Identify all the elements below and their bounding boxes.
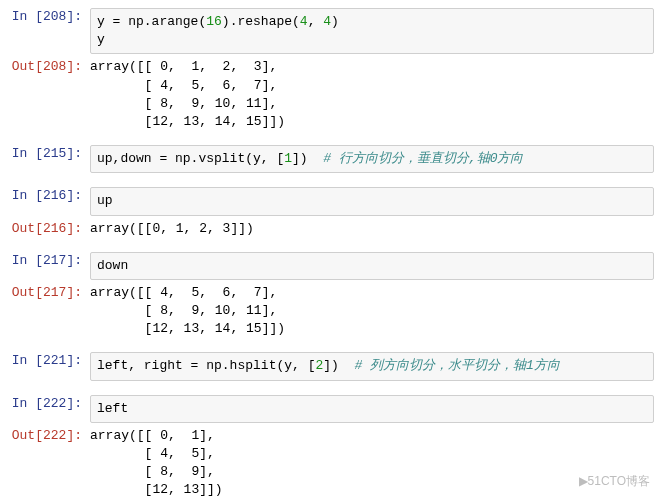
out-label: Out xyxy=(12,285,35,300)
output-text: array([[0, 1, 2, 3]]) xyxy=(90,220,654,238)
in-prompt: In [216]: xyxy=(10,187,90,215)
output-cell: Out[222]: array([[ 0, 1], [ 4, 5], [ 8, … xyxy=(10,427,654,500)
output-text: array([[ 0, 1, 2, 3], [ 4, 5, 6, 7], [ 8… xyxy=(90,58,654,131)
input-cell: In [208]: y = np.arange(16).reshape(4, 4… xyxy=(10,8,654,54)
in-prompt: In [208]: xyxy=(10,8,90,54)
cell-number: 215 xyxy=(43,146,66,161)
code-input[interactable]: left xyxy=(90,395,654,423)
in-label: In xyxy=(12,253,35,268)
in-prompt: In [217]: xyxy=(10,252,90,280)
code-text: , xyxy=(308,14,324,29)
code-number: 1 xyxy=(284,151,292,166)
out-prompt: Out[222]: xyxy=(10,427,90,500)
code-input[interactable]: y = np.arange(16).reshape(4, 4) y xyxy=(90,8,654,54)
cell-number: 208 xyxy=(43,59,66,74)
in-label: In xyxy=(12,146,35,161)
out-prompt: Out[216]: xyxy=(10,220,90,238)
cell-number: 216 xyxy=(43,221,66,236)
code-text: left, right = np.hsplit(y, [ xyxy=(97,358,315,373)
input-cell: In [221]: left, right = np.hsplit(y, [2]… xyxy=(10,352,654,380)
cell-number: 221 xyxy=(43,353,66,368)
cell-number: 216 xyxy=(43,188,66,203)
output-cell: Out[208]: array([[ 0, 1, 2, 3], [ 4, 5, … xyxy=(10,58,654,131)
input-cell: In [216]: up xyxy=(10,187,654,215)
code-number: 16 xyxy=(206,14,222,29)
code-number: 4 xyxy=(323,14,331,29)
code-input[interactable]: up xyxy=(90,187,654,215)
in-prompt: In [221]: xyxy=(10,352,90,380)
code-input[interactable]: up,down = np.vsplit(y, [1]) # 行方向切分，垂直切分… xyxy=(90,145,654,173)
code-text: down xyxy=(97,258,128,273)
input-cell: In [217]: down xyxy=(10,252,654,280)
cell-number: 208 xyxy=(43,9,66,24)
in-prompt: In [222]: xyxy=(10,395,90,423)
code-text: ]) xyxy=(323,358,354,373)
code-text: left xyxy=(97,401,128,416)
code-text: ]) xyxy=(292,151,323,166)
in-label: In xyxy=(12,396,35,411)
cell-number: 217 xyxy=(43,285,66,300)
out-prompt: Out[208]: xyxy=(10,58,90,131)
output-cell: Out[216]: array([[0, 1, 2, 3]]) xyxy=(10,220,654,238)
output-text: array([[ 4, 5, 6, 7], [ 8, 9, 10, 11], [… xyxy=(90,284,654,339)
output-text: array([[ 0, 1], [ 4, 5], [ 8, 9], [12, 1… xyxy=(90,427,654,500)
code-input[interactable]: down xyxy=(90,252,654,280)
in-label: In xyxy=(12,9,35,24)
code-number: 4 xyxy=(300,14,308,29)
code-text: up xyxy=(97,193,113,208)
out-prompt: Out[217]: xyxy=(10,284,90,339)
cell-number: 222 xyxy=(43,428,66,443)
code-text: ).reshape( xyxy=(222,14,300,29)
input-cell: In [215]: up,down = np.vsplit(y, [1]) # … xyxy=(10,145,654,173)
code-comment: # 列方向切分，水平切分，轴1方向 xyxy=(354,358,559,373)
code-input[interactable]: left, right = np.hsplit(y, [2]) # 列方向切分，… xyxy=(90,352,654,380)
in-label: In xyxy=(12,353,35,368)
in-label: In xyxy=(12,188,35,203)
code-comment: # 行方向切分，垂直切分,轴0方向 xyxy=(323,151,523,166)
cell-number: 222 xyxy=(43,396,66,411)
code-text: up,down = np.vsplit(y, [ xyxy=(97,151,284,166)
out-label: Out xyxy=(12,59,35,74)
cell-number: 217 xyxy=(43,253,66,268)
out-label: Out xyxy=(12,428,35,443)
output-cell: Out[217]: array([[ 4, 5, 6, 7], [ 8, 9, … xyxy=(10,284,654,339)
input-cell: In [222]: left xyxy=(10,395,654,423)
out-label: Out xyxy=(12,221,35,236)
code-text: y = np.arange( xyxy=(97,14,206,29)
in-prompt: In [215]: xyxy=(10,145,90,173)
